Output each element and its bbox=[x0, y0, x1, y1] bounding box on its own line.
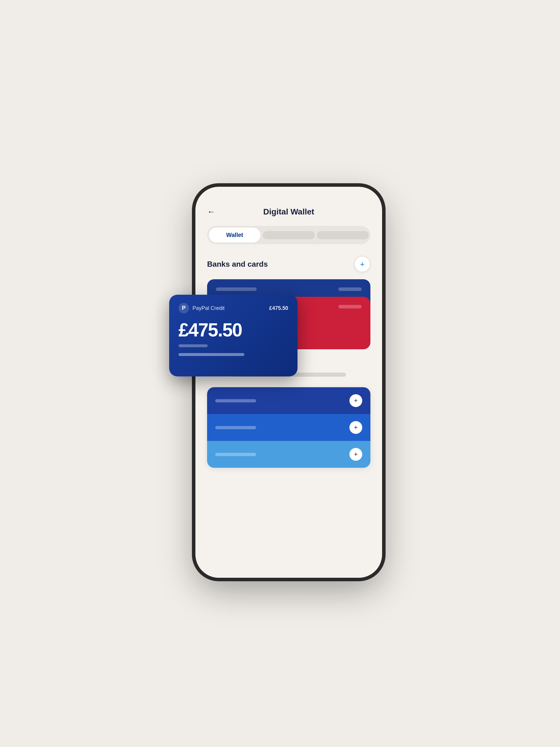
page-title: Digital Wallet bbox=[263, 207, 314, 216]
card-row-1 bbox=[216, 287, 362, 291]
bottom-card-row-2[interactable]: + bbox=[207, 414, 370, 441]
phone-shell: ← Digital Wallet Wallet Banks and cards … bbox=[195, 187, 382, 578]
row-ph-1 bbox=[215, 399, 256, 403]
row-add-btn-1[interactable]: + bbox=[349, 394, 362, 407]
plus-icon-row-1: + bbox=[354, 397, 358, 405]
bottom-card-row-3[interactable]: + bbox=[207, 441, 370, 468]
pp-card-header: P PayPal Credit £475.50 bbox=[179, 303, 288, 313]
pp-card-balance-top: £475.50 bbox=[269, 305, 288, 311]
svg-text:P: P bbox=[182, 305, 186, 311]
card-ph-2 bbox=[338, 287, 362, 291]
row-ph-2 bbox=[215, 426, 256, 429]
back-button[interactable]: ← bbox=[207, 207, 215, 216]
bottom-cards-list: + + + bbox=[207, 387, 370, 468]
row-ph-3 bbox=[215, 453, 256, 456]
card-ph-1 bbox=[216, 287, 257, 291]
paypal-logo-icon: P bbox=[179, 303, 189, 313]
plus-icon-row-2: + bbox=[354, 424, 358, 431]
pp-card-amount-large: £475.50 bbox=[179, 319, 288, 341]
plus-icon-row-3: + bbox=[354, 450, 358, 458]
phone-content: ← Digital Wallet Wallet Banks and cards … bbox=[195, 187, 382, 578]
pp-card-ph-bottom2 bbox=[179, 353, 244, 356]
plus-icon: + bbox=[360, 260, 364, 269]
pp-logo-area: P PayPal Credit bbox=[179, 303, 224, 313]
scene: ← Digital Wallet Wallet Banks and cards … bbox=[178, 169, 382, 578]
bottom-card-row-1[interactable]: + bbox=[207, 387, 370, 414]
tab-wallet[interactable]: Wallet bbox=[209, 228, 261, 242]
pp-card-ph-bottom1 bbox=[179, 344, 208, 347]
paypal-credit-card[interactable]: P PayPal Credit £475.50 £475.50 bbox=[169, 295, 297, 377]
banks-section-header: Banks and cards + bbox=[207, 256, 370, 272]
banks-section-title: Banks and cards bbox=[207, 260, 268, 269]
row-add-btn-3[interactable]: + bbox=[349, 448, 362, 461]
add-bank-button[interactable]: + bbox=[354, 256, 370, 272]
pp-card-name-label: PayPal Credit bbox=[192, 305, 224, 311]
tab-bar: Wallet bbox=[207, 226, 370, 244]
card-ph-4 bbox=[338, 305, 362, 308]
tab-3[interactable] bbox=[317, 231, 369, 239]
tab-2[interactable] bbox=[263, 231, 314, 239]
page-header: ← Digital Wallet bbox=[207, 207, 370, 216]
row-add-btn-2[interactable]: + bbox=[349, 421, 362, 434]
